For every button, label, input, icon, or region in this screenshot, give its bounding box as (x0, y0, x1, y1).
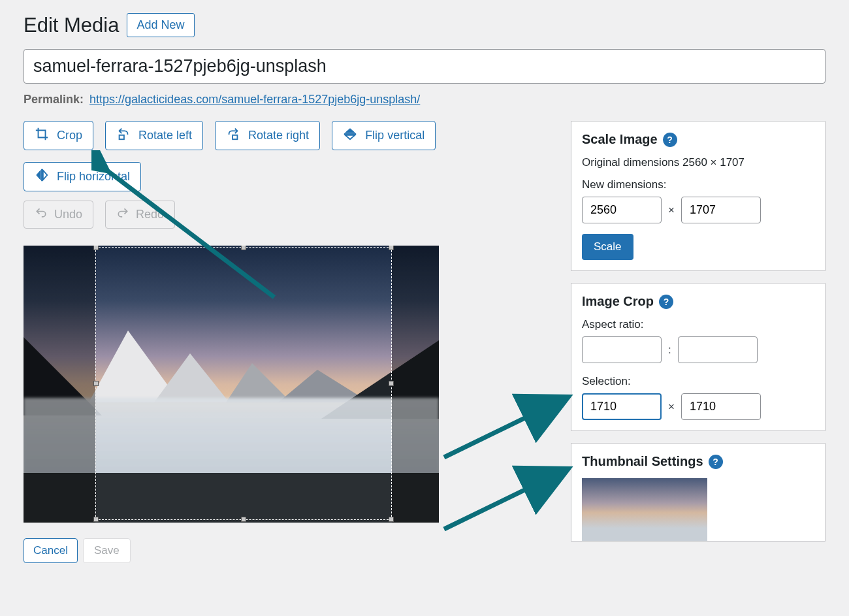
crop-handle-se[interactable] (389, 517, 394, 522)
crop-help-icon[interactable]: ? (659, 295, 673, 309)
aspect-height-input[interactable] (678, 336, 758, 363)
flip-horizontal-button[interactable]: Flip horizontal (24, 162, 141, 191)
selection-height-input[interactable] (681, 393, 761, 420)
flip-horizontal-icon (35, 168, 49, 186)
crop-handle-ne[interactable] (389, 246, 394, 250)
rotate-left-button[interactable]: Rotate left (105, 121, 203, 150)
rotate-left-label: Rotate left (138, 129, 192, 142)
undo-icon (35, 206, 48, 223)
thumbnail-heading: Thumbnail Settings (582, 454, 703, 469)
crop-icon (35, 127, 49, 144)
crop-handle-w[interactable] (93, 381, 99, 386)
selection-label: Selection: (582, 375, 814, 388)
rotate-right-label: Rotate right (248, 129, 309, 142)
permalink-label: Permalink: (24, 93, 84, 106)
thumbnail-settings-panel: Thumbnail Settings ? (571, 443, 825, 542)
scale-width-input[interactable] (582, 197, 662, 223)
times-separator: × (668, 204, 675, 217)
image-editor-canvas[interactable] (24, 246, 439, 523)
crop-handle-nw[interactable] (93, 246, 99, 250)
scale-heading: Scale Image (582, 132, 658, 147)
thumbnail-preview (582, 478, 707, 541)
rotate-right-icon (226, 127, 240, 144)
permalink-row: Permalink: https://galacticideas.com/sam… (24, 93, 825, 106)
rotate-right-button[interactable]: Rotate right (215, 121, 320, 150)
flip-vertical-button[interactable]: Flip vertical (332, 121, 436, 150)
undo-button: Undo (24, 201, 93, 229)
svg-rect-0 (120, 135, 124, 139)
redo-button: Redo (105, 201, 175, 229)
crop-button[interactable]: Crop (24, 121, 93, 150)
crop-label: Crop (57, 129, 82, 142)
crop-selection[interactable] (95, 247, 392, 520)
scale-height-input[interactable] (681, 197, 761, 223)
flip-horizontal-label: Flip horizontal (57, 170, 130, 184)
rotate-left-icon (116, 127, 131, 144)
scale-new-label: New dimensions: (582, 178, 666, 191)
selection-width-input[interactable] (582, 393, 662, 420)
scale-help-icon[interactable]: ? (663, 133, 677, 147)
permalink-link[interactable]: https://galacticideas.com/samuel-ferrara… (89, 93, 420, 106)
crop-handle-sw[interactable] (93, 517, 99, 522)
scale-button[interactable]: Scale (582, 234, 633, 260)
crop-handle-s[interactable] (241, 517, 246, 522)
aspect-width-input[interactable] (582, 336, 662, 363)
flip-vertical-icon (343, 127, 357, 144)
crop-handle-n[interactable] (241, 246, 246, 250)
times-separator: × (668, 400, 675, 413)
image-crop-panel: Image Crop ? Aspect ratio: : Selection: (571, 283, 825, 431)
add-new-button[interactable]: Add New (127, 13, 194, 37)
media-title-input[interactable] (24, 49, 825, 84)
crop-handle-e[interactable] (389, 381, 394, 386)
aspect-ratio-label: Aspect ratio: (582, 318, 814, 331)
flip-vertical-label: Flip vertical (365, 129, 424, 142)
page-title: Edit Media (24, 14, 119, 37)
redo-icon (116, 206, 129, 223)
save-button: Save (83, 538, 131, 563)
cancel-button[interactable]: Cancel (24, 538, 78, 563)
svg-rect-1 (232, 135, 237, 139)
thumbnail-help-icon[interactable]: ? (709, 455, 723, 469)
scale-image-panel: Scale Image ? Original dimensions 2560 ×… (571, 121, 825, 271)
scale-original-dims: Original dimensions 2560 × 1707 (582, 156, 814, 169)
crop-heading: Image Crop (582, 294, 654, 309)
colon-separator: : (668, 344, 671, 357)
redo-label: Redo (136, 208, 164, 221)
undo-label: Undo (54, 208, 82, 221)
